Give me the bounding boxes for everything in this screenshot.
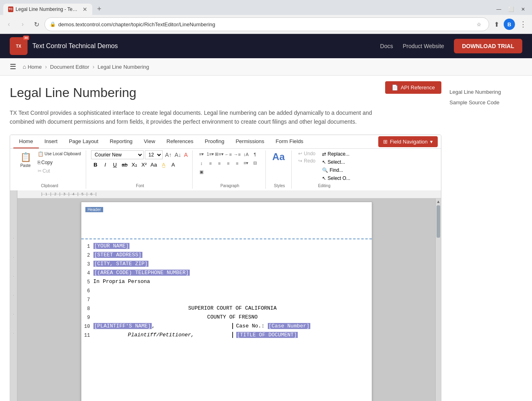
tab-view[interactable]: View [138,135,161,148]
replace-button[interactable]: ⇄ Replace... [320,150,352,158]
italic-button[interactable]: I [101,160,110,169]
tab-close-icon[interactable]: ✕ [83,6,87,13]
breadcrumb-document-editor[interactable]: Document Editor [50,64,89,70]
docs-link[interactable]: Docs [380,43,393,49]
field-nav-chevron-icon: ▾ [430,139,433,145]
select-button[interactable]: ↖ Select... [320,158,352,166]
copy-button[interactable]: ⎘ Copy [36,159,83,166]
show-hide-button[interactable]: ¶ [251,150,259,158]
bold-button[interactable]: B [91,160,100,169]
field-navigation-button[interactable]: ⊞ Field Navigation ▾ [378,136,438,147]
tab-reporting[interactable]: Reporting [104,135,138,148]
paste-button[interactable]: 📋 Paste [17,150,34,170]
sidebar-links: Legal Line Numbering Sample Source Code [441,85,522,401]
styles-aa-display[interactable]: Aa [271,150,286,163]
use-local-clipboard-button[interactable]: 📋 Use Local Clipboard [36,150,83,158]
field-telephone[interactable]: [(AREA CODE) TELEPHONE NUMBER] [93,270,190,276]
download-trial-button[interactable]: DOWNLOAD TRIAL [454,39,522,53]
tab-insert[interactable]: Insert [39,135,64,148]
doc-scroll-area[interactable]: Header 1 [YOUR NAME] [17,198,435,401]
minimize-button[interactable]: — [493,4,504,15]
maximize-button[interactable]: ⬜ [505,4,517,15]
indent-level-button[interactable]: ≡▾ [242,159,250,167]
font-size-select[interactable]: 12 [145,150,163,159]
browser-tab[interactable]: TC Legal Line Numbering - Text Cor ✕ [3,4,92,15]
undo-button[interactable]: ↩ Undo [297,150,317,157]
tab-permissions[interactable]: Permissions [230,135,270,148]
ruler-mark-3: · [13,275,14,278]
paragraph-group: ≡▾ 1≡▾ ⊞≡▾ ←≡ →≡ ↕A ¶ ↕ ≡ ≡ ≡ ≡ [194,150,266,189]
tab-references[interactable]: References [161,135,199,148]
decrease-indent-button[interactable]: ←≡ [224,150,232,158]
numbering-button[interactable]: 1≡▾ [206,150,214,158]
share-icon[interactable]: ⬆ [492,19,501,29]
browser-profile[interactable]: B [504,19,515,30]
font-shrink-button[interactable]: A↓ [173,151,182,158]
font-color-button[interactable]: A [169,160,178,169]
font-grow-button[interactable]: A↑ [164,151,173,158]
vertical-scrollbar[interactable]: ▲ ▼ [435,198,441,401]
find-button[interactable]: 🔍 Find... [320,167,352,174]
align-left-button[interactable]: ≡ [206,159,214,167]
line-content-9: COUNTY OF FRESNO [93,314,372,320]
back-button[interactable]: ‹ [3,19,15,30]
ruler-text: |···1···|···2···|···3···|···4···|···5···… [41,192,96,196]
sort-button[interactable]: ↕A [242,150,250,158]
line-spacing-button[interactable]: ↕ [197,159,206,167]
tab-proofing[interactable]: Proofing [199,135,230,148]
address-bar[interactable]: 🔒 demos.textcontrol.com/chapter/topic/Ri… [45,17,489,31]
justify-button[interactable]: ≡ [233,159,241,167]
bookmark-icon[interactable]: ☆ [474,19,484,29]
bullets-button[interactable]: ≡▾ [197,150,206,158]
case-button[interactable]: Aa [149,160,158,169]
product-website-link[interactable]: Product Website [403,43,444,49]
select-all-button[interactable]: ↖ Select O... [320,175,352,182]
new-tab-button[interactable]: + [94,3,105,15]
line-num-8: 8 [81,305,93,312]
field-street-address[interactable]: [STEET ADDRESS] [93,252,142,258]
forward-button[interactable]: › [17,19,28,30]
multilevel-button[interactable]: ⊞≡▾ [215,150,223,158]
page-title: Legal Line Numbering [10,85,136,100]
field-nav-grid-icon: ⊞ [383,139,388,145]
field-title-document[interactable]: [TITLE OF DOCUMENT] [236,332,298,338]
strikethrough-button[interactable]: ab [120,160,129,169]
cut-button[interactable]: ✂ Cut [36,167,83,175]
underline-button[interactable]: U [110,160,119,169]
tab-form-fields[interactable]: Form Fields [270,135,309,148]
field-your-name[interactable]: [YOUR NAME] [93,243,130,249]
align-center-button[interactable]: ≡ [215,159,223,167]
field-case-number[interactable]: [Case Number] [268,323,310,329]
scroll-thumb[interactable] [437,205,440,238]
shading-button[interactable]: ▣ [197,168,206,176]
align-right-button[interactable]: ≡ [224,159,232,167]
reload-button[interactable]: ↻ [31,19,42,30]
styles-group: Aa Styles [267,150,292,189]
borders-button[interactable]: ⊟ [251,159,259,167]
doc-line-5: 5 In Propria Persona [81,278,372,287]
highlight-button[interactable]: A̲ [159,160,168,169]
tab-home[interactable]: Home [13,135,39,148]
font-controls: Courier New 12 A↑ A↓ A B I [91,150,189,169]
sidebar-link-sample-source-code[interactable]: Sample Source Code [449,97,522,108]
doc-line-8: 8 SUPERIOR COURT OF CALIFORNIA [81,305,372,314]
superscript-button[interactable]: X² [140,160,148,169]
subscript-button[interactable]: X₂ [130,160,139,169]
field-plaintiff-name[interactable]: [PLAINTIFF'S NAME] [93,323,152,329]
breadcrumb-home[interactable]: ⌂ Home [23,63,42,70]
tab-page-layout[interactable]: Page Layout [63,135,104,148]
api-reference-button[interactable]: 📄 API Reference [385,81,441,94]
increase-indent-button[interactable]: →≡ [233,150,241,158]
close-button[interactable]: ✕ [517,4,529,15]
field-city-state-zip[interactable]: [CITY, STATE ZIP] [93,261,149,267]
breadcrumb-sep-1: › [45,63,47,70]
font-color-picker[interactable]: A [183,151,189,158]
sidebar-link-legal-line-numbering[interactable]: Legal Line Numbering [449,87,522,97]
hamburger-menu-icon[interactable]: ☰ [10,62,16,71]
browser-menu-button[interactable]: ⋮ [517,19,529,30]
redo-button[interactable]: ↪ Redo [297,158,317,164]
font-name-select[interactable]: Courier New [91,150,144,159]
scroll-up-button[interactable]: ▲ [436,198,441,205]
editing-group-content: ↩ Undo ↪ Redo ⇄ Replace... ↖ Select... [297,150,352,182]
find-icon: 🔍 [322,167,328,173]
